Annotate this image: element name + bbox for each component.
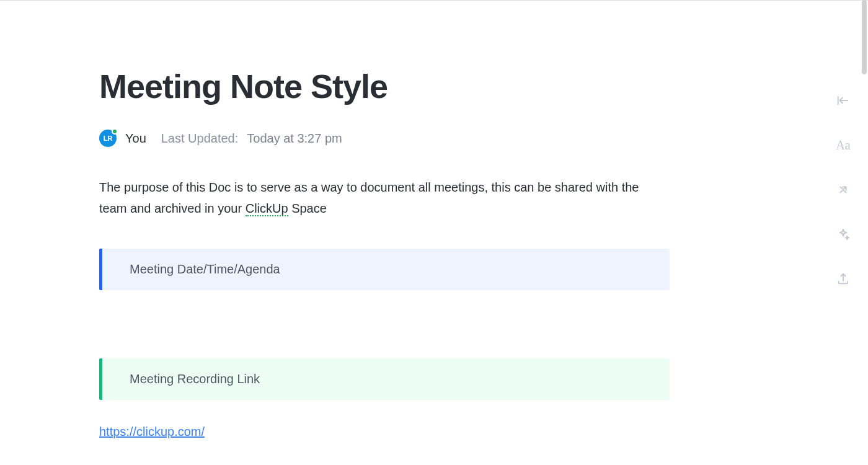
typography-icon[interactable]: Aa <box>836 138 851 153</box>
avatar-initials: LR <box>104 135 113 142</box>
actions-icon[interactable] <box>836 182 851 197</box>
presence-indicator <box>112 128 118 135</box>
spellcheck-word[interactable]: ClickUp <box>246 202 288 216</box>
scrollbar[interactable] <box>862 0 867 74</box>
intro-suffix: Space <box>288 202 327 215</box>
author-name: You <box>125 131 146 146</box>
callout-text: Meeting Date/Time/Agenda <box>130 262 280 276</box>
right-toolbar: Aa <box>836 93 851 286</box>
typography-label: Aa <box>836 138 850 153</box>
document-title[interactable]: Meeting Note Style <box>99 68 670 105</box>
callout-text: Meeting Recording Link <box>130 372 260 386</box>
collapse-sidebar-icon[interactable] <box>836 93 851 108</box>
top-border <box>0 0 868 1</box>
ai-sparkle-icon[interactable] <box>836 227 851 242</box>
author-avatar[interactable]: LR <box>99 130 117 147</box>
last-updated-label: Last Updated: <box>161 131 239 146</box>
document-content: Meeting Note Style LR You Last Updated: … <box>0 0 769 439</box>
share-icon[interactable] <box>836 272 851 286</box>
last-updated-value: Today at 3:27 pm <box>247 131 342 146</box>
intro-paragraph[interactable]: The purpose of this Doc is to serve as a… <box>99 177 670 219</box>
intro-prefix: The purpose of this Doc is to serve as a… <box>99 180 639 215</box>
document-meta: LR You Last Updated: Today at 3:27 pm <box>99 130 670 147</box>
callout-meeting-date[interactable]: Meeting Date/Time/Agenda <box>99 249 670 290</box>
callout-recording-link[interactable]: Meeting Recording Link <box>99 358 670 400</box>
recording-link[interactable]: https://clickup.com/ <box>99 425 205 438</box>
